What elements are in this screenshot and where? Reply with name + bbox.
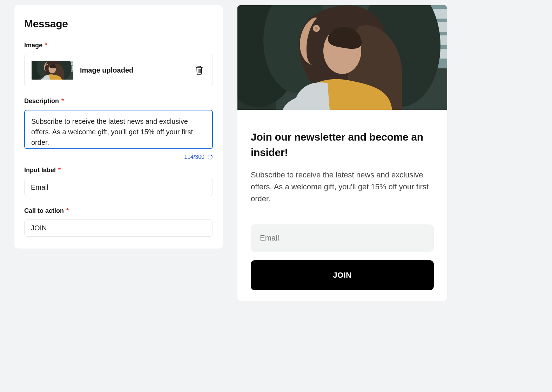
image-label: Image *: [24, 42, 213, 49]
description-label: Description *: [24, 97, 213, 105]
description-input[interactable]: [24, 110, 213, 149]
image-thumbnail[interactable]: [32, 61, 73, 80]
char-counter: 114/300: [24, 154, 213, 160]
section-title: Message: [24, 18, 213, 30]
preview-join-button[interactable]: JOIN: [251, 260, 434, 290]
required-mark: *: [66, 207, 69, 214]
cta-input[interactable]: [24, 219, 213, 237]
description-field: Description * 114/300: [24, 97, 213, 160]
required-mark: *: [61, 97, 64, 104]
image-upload-box: Image uploaded: [24, 54, 213, 86]
preview-body: Join our newsletter and become an inside…: [237, 110, 447, 301]
input-label-input[interactable]: [24, 179, 213, 196]
required-mark: *: [58, 167, 61, 174]
required-mark: *: [45, 42, 47, 49]
preview-hero-image: [237, 5, 447, 110]
char-counter-text: 114/300: [184, 154, 204, 160]
input-label-label: Input label *: [24, 167, 213, 174]
trash-icon: [195, 65, 203, 75]
progress-ring-icon: [207, 154, 213, 160]
cta-field: Call to action *: [24, 207, 213, 237]
image-field: Image * Image uploaded: [24, 42, 213, 86]
editor-panel: Message Image * Image uploaded: [14, 5, 223, 249]
delete-image-button[interactable]: [193, 63, 206, 77]
cta-label: Call to action *: [24, 207, 213, 215]
image-upload-status: Image uploaded: [80, 66, 186, 74]
preview-panel: Join our newsletter and become an inside…: [237, 5, 447, 301]
preview-title: Join our newsletter and become an inside…: [251, 129, 434, 160]
preview-email-input[interactable]: [251, 224, 434, 252]
input-label-field: Input label *: [24, 167, 213, 196]
preview-description: Subscribe to receive the latest news and…: [251, 169, 434, 205]
layout: Message Image * Image uploaded: [14, 5, 538, 301]
